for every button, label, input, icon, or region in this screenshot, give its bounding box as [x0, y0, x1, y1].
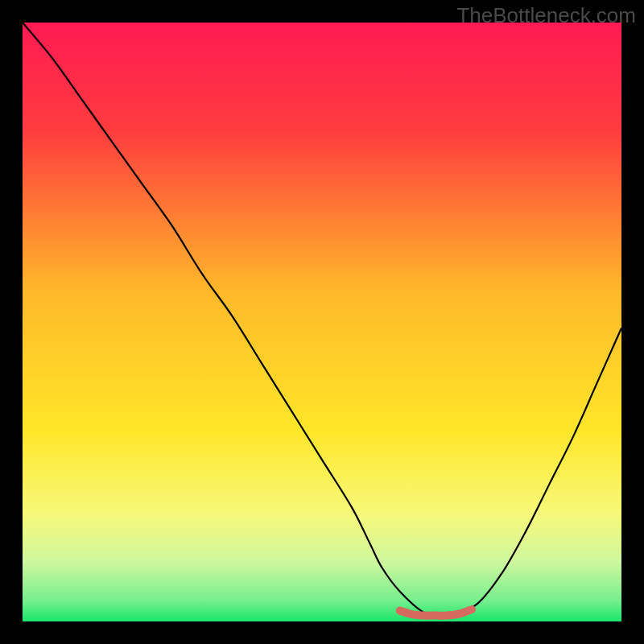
watermark-text: TheBottleneck.com [456, 3, 636, 28]
gradient-background [23, 23, 621, 621]
plot-area [23, 23, 621, 621]
chart-frame: TheBottleneck.com [0, 0, 644, 644]
plot-svg [23, 23, 621, 621]
